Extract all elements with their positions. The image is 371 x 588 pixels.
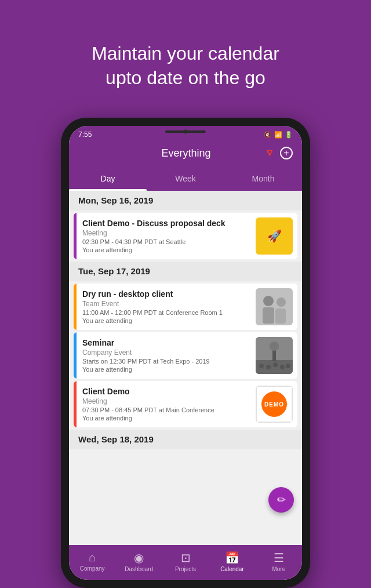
event-attending-3: You are attending — [82, 366, 245, 373]
event-title-4: Client Demo — [82, 387, 245, 396]
event-image-1: 🚀 — [256, 217, 293, 255]
phone-device: 7:55 🔇 📶 🔋 Everything ⛛ + Day — [61, 118, 310, 588]
status-icons: 🔇 📶 🔋 — [264, 131, 293, 139]
event-attending-4: You are attending — [82, 415, 245, 422]
tab-bar: Day Week Month — [69, 166, 302, 191]
demo-circle: DEMO — [261, 391, 287, 417]
meeting-photo — [256, 288, 293, 325]
bottom-nav: ⌂ Company ◉ Dashboard ⊡ Projects 📅 Calen… — [69, 545, 302, 580]
tab-day[interactable]: Day — [69, 166, 147, 191]
hero-section: Maintain your calendar upto date on the … — [45, 0, 326, 118]
date-text-wed: Wed, Sep 18, 2019 — [78, 434, 154, 444]
status-bar: 7:55 🔇 📶 🔋 — [69, 126, 302, 142]
svg-rect-4 — [263, 307, 274, 324]
more-icon: ☰ — [274, 551, 284, 565]
nav-label-dashboard: Dashboard — [125, 566, 153, 572]
phone-screen: 7:55 🔇 📶 🔋 Everything ⛛ + Day — [69, 126, 302, 580]
event-attending-2: You are attending — [82, 317, 245, 324]
demo-badge-img: DEMO — [256, 386, 293, 423]
wifi-icon: 📶 — [274, 131, 282, 139]
seminar-photo — [256, 337, 293, 374]
event-image-4: DEMO — [256, 386, 293, 423]
tab-week[interactable]: Week — [147, 166, 224, 191]
event-card-1[interactable]: Client Demo - Discuss proposal deck Meet… — [74, 213, 297, 259]
event-body-1: Client Demo - Discuss proposal deck Meet… — [77, 213, 251, 259]
nav-item-company[interactable]: ⌂ Company — [69, 545, 115, 578]
nav-label-company: Company — [80, 565, 105, 572]
event-image-2 — [256, 288, 293, 325]
nav-label-calendar: Calendar — [220, 566, 244, 572]
nav-label-more: More — [272, 566, 285, 572]
event-attending-1: You are attending — [82, 246, 245, 253]
date-text-mon: Mon, Sep 16, 2019 — [78, 195, 153, 205]
content-area: Mon, Sep 16, 2019 Client Demo - Discuss … — [69, 191, 302, 545]
dashboard-icon: ◉ — [134, 551, 144, 565]
svg-point-15 — [286, 364, 290, 368]
add-icon[interactable]: + — [280, 147, 293, 159]
event-title-2: Dry run - desktop client — [82, 289, 245, 299]
event-type-2: Team Event — [82, 300, 245, 308]
event-title-3: Seminar — [82, 338, 245, 347]
event-card-2[interactable]: Dry run - desktop client Team Event 11:0… — [74, 284, 297, 330]
filter-icon[interactable]: ⛛ — [265, 147, 275, 159]
nav-item-dashboard[interactable]: ◉ Dashboard — [115, 545, 162, 578]
event-type-4: Meeting — [82, 397, 245, 405]
svg-point-13 — [273, 362, 278, 367]
date-text-tue: Tue, Sep 17, 2019 — [78, 266, 150, 276]
nav-label-projects: Projects — [175, 566, 196, 572]
calendar-icon: 📅 — [225, 551, 239, 565]
event-time-2: 11:00 AM - 12:00 PM PDT at Conference Ro… — [82, 309, 245, 316]
event-time-3: Starts on 12:30 PM PDT at Tech Expo - 20… — [82, 358, 245, 365]
date-header-tue: Tue, Sep 17, 2019 — [69, 262, 302, 281]
date-header-mon: Mon, Sep 16, 2019 — [69, 191, 302, 210]
nav-item-calendar[interactable]: 📅 Calendar — [209, 545, 255, 578]
fab-button[interactable]: ✏ — [268, 487, 294, 513]
event-card-3[interactable]: Seminar Company Event Starts on 12:30 PM… — [74, 332, 297, 379]
mute-icon: 🔇 — [264, 131, 272, 139]
hero-text: Maintain your calendar upto date on the … — [68, 21, 303, 106]
svg-point-11 — [259, 364, 264, 368]
nav-item-projects[interactable]: ⊡ Projects — [162, 545, 209, 578]
event-card-4[interactable]: Client Demo Meeting 07:30 PM - 08:45 PM … — [74, 381, 297, 427]
edit-icon: ✏ — [277, 493, 286, 506]
tab-month[interactable]: Month — [224, 166, 302, 191]
rockets-icon: 🚀 — [256, 217, 293, 255]
svg-rect-6 — [275, 308, 286, 324]
nav-item-more[interactable]: ☰ More — [256, 545, 302, 578]
svg-text:🚀: 🚀 — [267, 229, 282, 243]
event-type-1: Meeting — [82, 229, 245, 237]
event-body-3: Seminar Company Event Starts on 12:30 PM… — [77, 332, 251, 379]
event-type-3: Company Event — [82, 349, 245, 357]
event-time-4: 07:30 PM - 08:45 PM PDT at Main Conferen… — [82, 406, 245, 413]
svg-point-3 — [263, 296, 274, 306]
event-body-2: Dry run - desktop client Team Event 11:0… — [77, 284, 251, 330]
date-header-wed: Wed, Sep 18, 2019 — [69, 430, 302, 449]
event-image-3 — [256, 337, 293, 374]
svg-point-12 — [266, 365, 271, 369]
speaker-grille — [165, 130, 206, 133]
status-time: 7:55 — [78, 130, 92, 139]
event-title-1: Client Demo - Discuss proposal deck — [82, 219, 245, 228]
event-body-4: Client Demo Meeting 07:30 PM - 08:45 PM … — [77, 381, 251, 427]
svg-point-14 — [280, 365, 285, 369]
projects-icon: ⊡ — [181, 551, 191, 565]
svg-point-5 — [277, 297, 286, 307]
home-icon: ⌂ — [89, 551, 96, 564]
app-title: Everything — [107, 147, 265, 159]
event-time-1: 02:30 PM - 04:30 PM PDT at Seattle — [82, 238, 245, 245]
battery-icon: 🔋 — [285, 131, 293, 139]
app-bar-actions: ⛛ + — [265, 147, 293, 159]
svg-point-10 — [270, 342, 279, 351]
app-bar: Everything ⛛ + — [69, 142, 302, 166]
